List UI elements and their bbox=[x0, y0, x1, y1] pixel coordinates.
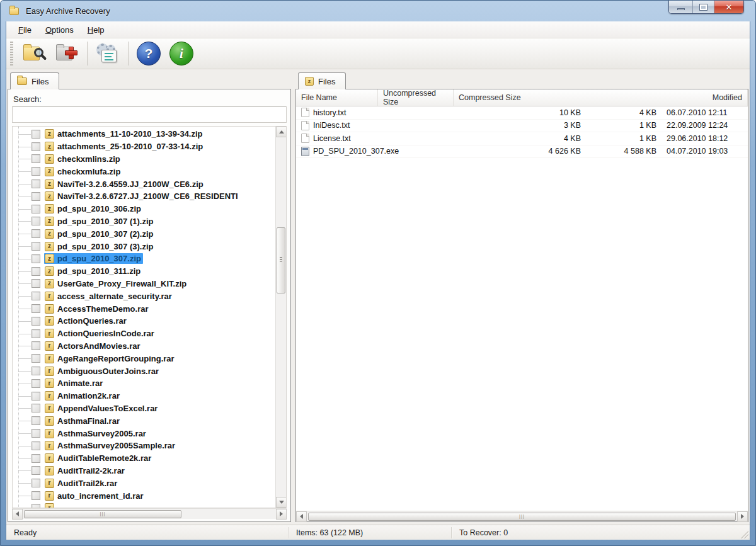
archive-list-item[interactable]: z pd_spu_2010_307 (3).zip bbox=[13, 240, 275, 253]
archive-checkbox[interactable] bbox=[32, 341, 40, 350]
archive-list-item[interactable]: z NaviTel-3.2.6.6727.JJ_2100W_CE6_RESIDE… bbox=[13, 190, 275, 203]
archive-checkbox[interactable] bbox=[32, 429, 40, 438]
column-header[interactable]: Modified bbox=[707, 89, 748, 106]
archive-list-item[interactable]: z attachments_25-10-2010_07-33-14.zip bbox=[13, 140, 275, 153]
archive-list-item[interactable]: r ActorsAndMovies.rar bbox=[13, 340, 275, 353]
minimize-button[interactable] bbox=[669, 1, 693, 13]
menu-item[interactable]: Options bbox=[38, 23, 81, 37]
tree-vertical-scrollbar[interactable] bbox=[275, 127, 286, 508]
archive-checkbox[interactable] bbox=[32, 491, 40, 500]
settings-wizard-button[interactable] bbox=[93, 40, 122, 67]
table-row[interactable]: IniDesc.txt 3 KB 1 KB 22.09.2009 12:24 bbox=[296, 120, 748, 133]
table-row[interactable]: PD_SPU_2010_307.exe 4 626 KB 4 588 KB 04… bbox=[296, 145, 748, 159]
archive-list-item[interactable]: z NaviTel-3.2.6.4559.JJ_2100W_CE6.zip bbox=[13, 178, 275, 190]
vertical-scroll-thumb[interactable] bbox=[277, 227, 285, 293]
archive-checkbox[interactable] bbox=[32, 354, 40, 363]
archive-checkbox[interactable] bbox=[32, 329, 40, 338]
search-input[interactable] bbox=[12, 106, 287, 123]
archive-checkbox[interactable] bbox=[32, 454, 40, 463]
scroll-right-button[interactable] bbox=[276, 509, 287, 520]
archive-checkbox[interactable] bbox=[32, 317, 40, 326]
archive-list-item[interactable]: r AgeRangeReportGrouping.rar bbox=[13, 352, 275, 365]
toolbar-gripper[interactable] bbox=[10, 42, 13, 65]
maximize-button[interactable] bbox=[693, 1, 714, 13]
archive-list-item[interactable]: z UserGate_Proxy_Firewall_KIT.zip bbox=[13, 278, 275, 290]
archive-checkbox[interactable] bbox=[32, 179, 40, 188]
archive-list-item[interactable]: r ActionQueries.rar bbox=[13, 315, 275, 327]
archive-checkbox[interactable] bbox=[32, 229, 40, 238]
archive-list-item[interactable]: r AppendValuesToExcel.rar bbox=[13, 402, 275, 415]
title-bar[interactable]: Easy Archive Recovery ✕ bbox=[1, 1, 755, 21]
archive-list-item[interactable]: r AsthmaSurvey2005Sample.rar bbox=[13, 440, 275, 452]
archive-checkbox[interactable] bbox=[32, 379, 40, 388]
archive-list-item[interactable]: z pd_spu_2010_307 (2).zip bbox=[13, 227, 275, 240]
archive-checkbox[interactable] bbox=[32, 192, 40, 201]
archive-checkbox[interactable] bbox=[32, 267, 40, 276]
archive-list-item[interactable]: r Animation2k.rar bbox=[13, 390, 275, 402]
menu-item[interactable]: Help bbox=[81, 23, 112, 37]
archive-checkbox[interactable] bbox=[32, 292, 40, 300]
archive-checkbox[interactable] bbox=[32, 504, 40, 508]
archive-list-item[interactable]: r access_alternate_security.rar bbox=[13, 290, 275, 302]
open-archive-button[interactable] bbox=[20, 40, 49, 67]
archive-list-item[interactable]: r AsthmaFinal.rar bbox=[13, 414, 275, 427]
archive-list-item[interactable]: r auto_increment_id.rar bbox=[13, 489, 275, 502]
resize-grip[interactable] bbox=[740, 530, 748, 538]
archive-checkbox[interactable] bbox=[32, 142, 40, 151]
help-button[interactable]: ? bbox=[134, 40, 163, 67]
archive-checkbox[interactable] bbox=[32, 167, 40, 176]
scroll-up-button[interactable] bbox=[276, 127, 287, 137]
archive-list-item[interactable]: z pd_spu_2010_307.zip bbox=[13, 253, 275, 265]
about-button[interactable]: i bbox=[167, 40, 196, 67]
archive-checkbox[interactable] bbox=[32, 441, 40, 450]
archive-list-item[interactable]: r AsthmaSurvey2005.rar bbox=[13, 427, 275, 440]
close-button[interactable]: ✕ bbox=[714, 1, 743, 13]
archive-checkbox[interactable] bbox=[32, 154, 40, 163]
archive-checkbox[interactable] bbox=[32, 254, 40, 263]
column-header[interactable]: File Name bbox=[296, 89, 378, 106]
archive-checkbox[interactable] bbox=[32, 466, 40, 475]
column-header[interactable]: Compressed Size bbox=[454, 89, 707, 106]
table-row[interactable]: history.txt 10 KB 4 KB 06.07.2010 12:11 bbox=[296, 106, 748, 120]
archive-list-item[interactable]: z pd_spu_2010_307 (1).zip bbox=[13, 215, 275, 228]
column-header[interactable]: Uncompressed Size bbox=[378, 89, 454, 106]
menu-item[interactable]: File bbox=[11, 23, 38, 37]
archive-checkbox[interactable] bbox=[32, 404, 40, 412]
archive-checkbox[interactable] bbox=[32, 205, 40, 213]
table-horizontal-scrollbar[interactable] bbox=[296, 511, 748, 521]
archive-list-item[interactable]: r AuditTableRemote2k.rar bbox=[13, 452, 275, 465]
recover-files-button[interactable] bbox=[52, 40, 81, 67]
archive-list-item[interactable]: z pd_spu_2010_306.zip bbox=[13, 203, 275, 215]
archive-checkbox[interactable] bbox=[32, 479, 40, 487]
contents-panel: z Files File Name Uncompressed Size bbox=[295, 71, 748, 522]
horizontal-scroll-thumb[interactable] bbox=[308, 513, 736, 521]
tree-horizontal-scrollbar[interactable] bbox=[12, 508, 287, 519]
archive-list-item[interactable]: r bbox=[13, 502, 275, 508]
archive-checkbox[interactable] bbox=[32, 416, 40, 425]
archive-list-item[interactable]: z pd_spu_2010_311.zip bbox=[13, 265, 275, 278]
archive-list-item[interactable]: z checkxmlufa.zip bbox=[13, 165, 275, 178]
scroll-left-button[interactable] bbox=[296, 511, 307, 522]
archive-checkbox[interactable] bbox=[32, 367, 40, 375]
archive-checkbox[interactable] bbox=[32, 130, 40, 139]
scroll-left-button[interactable] bbox=[12, 509, 23, 520]
scroll-right-button[interactable] bbox=[737, 511, 748, 522]
tab-files-right[interactable]: z Files bbox=[298, 72, 346, 89]
archive-checkbox[interactable] bbox=[32, 217, 40, 225]
archive-list-item[interactable]: r AccessThemeDemo.rar bbox=[13, 302, 275, 315]
archive-checkbox[interactable] bbox=[32, 279, 40, 288]
archive-list-item[interactable]: r ActionQueriesInCode.rar bbox=[13, 327, 275, 340]
tab-files-left[interactable]: Files bbox=[10, 72, 59, 89]
horizontal-scroll-thumb[interactable] bbox=[24, 510, 181, 518]
scroll-down-button[interactable] bbox=[276, 497, 287, 508]
archive-checkbox[interactable] bbox=[32, 304, 40, 313]
archive-checkbox[interactable] bbox=[32, 242, 40, 251]
table-row[interactable]: License.txt 4 KB 1 KB 29.06.2010 18:12 bbox=[296, 132, 748, 145]
archive-list-item[interactable]: z attachments_11-10-2010_13-39-34.zip bbox=[13, 128, 275, 140]
archive-list-item[interactable]: r AuditTrail2-2k.rar bbox=[13, 465, 275, 477]
archive-list-item[interactable]: r AuditTrail2k.rar bbox=[13, 477, 275, 489]
archive-list-item[interactable]: r AmbiguousOuterJoins.rar bbox=[13, 365, 275, 377]
archive-list-item[interactable]: r Animate.rar bbox=[13, 377, 275, 390]
archive-checkbox[interactable] bbox=[32, 392, 40, 401]
archive-list-item[interactable]: z checkxmlins.zip bbox=[13, 153, 275, 166]
